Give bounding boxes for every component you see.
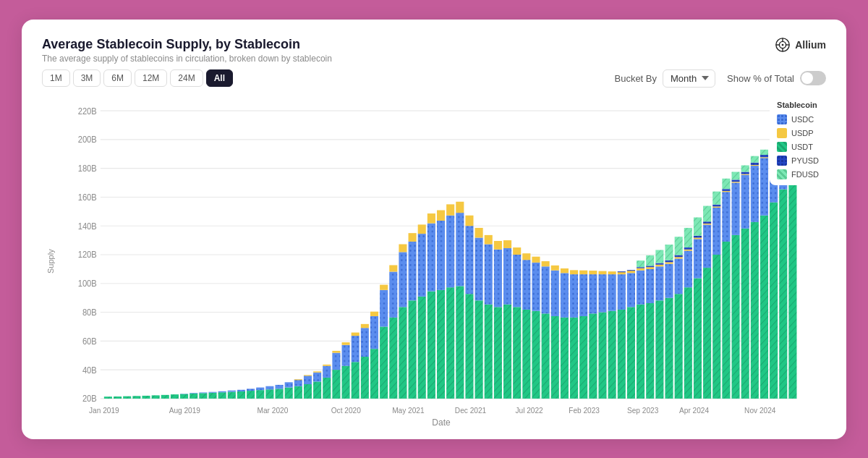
svg-rect-220 [712,207,720,254]
svg-rect-164 [589,271,597,274]
svg-rect-86 [342,342,350,345]
svg-rect-123 [465,294,473,399]
svg-text:200B: 200B [78,134,97,144]
svg-rect-57 [237,391,245,398]
svg-text:180B: 180B [78,163,97,173]
time-filter-all[interactable]: All [206,69,233,87]
svg-rect-174 [618,271,626,272]
svg-rect-187 [646,266,654,267]
svg-rect-204 [684,287,692,399]
svg-rect-47 [190,393,197,398]
svg-rect-117 [446,287,454,399]
svg-rect-59 [247,391,255,399]
svg-rect-120 [456,286,464,399]
svg-rect-192 [655,263,663,264]
svg-rect-127 [475,237,483,300]
time-filter-1m[interactable]: 1M [42,69,70,87]
svg-rect-245 [760,158,768,216]
svg-rect-240 [751,166,759,222]
svg-rect-91 [361,328,369,357]
svg-rect-149 [542,261,550,266]
show-total-toggle[interactable] [800,71,826,85]
svg-rect-95 [370,311,378,315]
svg-rect-140 [513,247,521,255]
svg-rect-93 [370,349,378,399]
svg-rect-38 [114,396,122,399]
svg-rect-184 [646,302,654,398]
svg-rect-108 [418,296,426,398]
svg-rect-259 [788,182,796,398]
svg-rect-78 [323,377,331,398]
bucket-select[interactable]: Month Week Day [663,69,715,88]
svg-rect-171 [618,309,626,398]
svg-rect-206 [684,249,692,250]
svg-rect-136 [503,247,511,304]
svg-rect-115 [437,220,445,289]
time-filter-6m[interactable]: 6M [103,69,132,87]
svg-rect-40 [132,396,140,399]
svg-rect-211 [694,237,702,239]
svg-rect-71 [294,379,302,380]
svg-rect-209 [694,278,702,398]
svg-rect-88 [352,336,359,362]
svg-rect-48 [190,392,197,393]
svg-rect-114 [437,289,445,398]
svg-text:Feb 2023: Feb 2023 [569,405,600,415]
svg-rect-70 [294,379,302,386]
svg-rect-130 [485,244,493,304]
svg-rect-133 [494,249,502,307]
svg-rect-54 [218,391,226,391]
svg-rect-111 [427,291,435,398]
svg-rect-69 [294,386,302,398]
chart-card: Average Stablecoin Supply, by Stablecoin… [22,20,846,439]
svg-rect-237 [741,171,749,174]
svg-rect-199 [675,294,683,399]
svg-rect-85 [342,344,350,365]
time-filter-12m[interactable]: 12M [135,69,167,87]
svg-rect-191 [655,264,663,266]
svg-rect-238 [741,165,749,171]
time-filter-24m[interactable]: 24M [170,69,203,87]
legend-swatch-usdp [777,128,787,138]
svg-rect-158 [570,270,578,274]
legend-label-fdusd: FDUSD [791,170,819,179]
y-axis-label: Supply [42,95,56,428]
svg-rect-161 [579,270,587,273]
svg-rect-96 [380,326,388,398]
svg-rect-215 [703,224,711,268]
svg-text:220B: 220B [78,106,97,116]
svg-rect-150 [551,315,559,398]
svg-rect-121 [456,213,464,286]
svg-rect-137 [503,240,511,248]
svg-text:Oct 2020: Oct 2020 [331,405,361,415]
svg-rect-139 [513,255,521,307]
svg-rect-56 [228,390,236,391]
svg-rect-128 [475,227,483,237]
svg-text:Jul 2022: Jul 2022 [515,405,542,415]
svg-rect-176 [627,273,635,307]
time-filter-group: 1M 3M 6M 12M 24M All [42,69,233,87]
svg-rect-188 [646,255,654,265]
svg-rect-219 [712,255,720,399]
svg-rect-229 [731,234,739,398]
svg-rect-167 [598,271,606,274]
svg-rect-100 [389,271,397,317]
svg-rect-157 [570,274,578,318]
svg-rect-67 [285,387,293,398]
svg-rect-185 [646,268,654,302]
svg-rect-79 [323,365,331,377]
svg-rect-44 [171,394,179,399]
svg-text:Jan 2019: Jan 2019 [89,405,119,415]
chart-subtitle: The average supply of stablecoins in cir… [42,54,332,64]
svg-rect-60 [247,389,255,391]
time-filter-3m[interactable]: 3M [73,69,101,87]
svg-text:Mar 2020: Mar 2020 [258,405,289,415]
svg-rect-74 [304,375,312,376]
svg-rect-102 [399,307,407,399]
svg-rect-76 [313,372,321,381]
svg-rect-152 [551,265,559,270]
svg-text:140B: 140B [78,221,97,231]
svg-rect-112 [427,223,435,291]
svg-rect-53 [218,392,226,399]
svg-rect-228 [722,178,730,188]
